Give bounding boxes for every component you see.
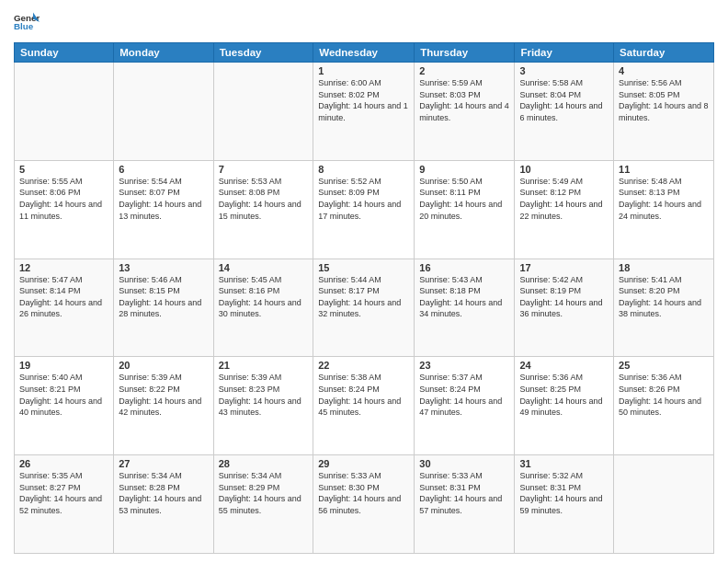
day-number: 28: [219, 458, 309, 469]
day-info: Sunrise: 5:32 AMSunset: 8:31 PMDaylight:…: [519, 470, 609, 516]
logo: General Blue: [14, 9, 40, 35]
weekday-sunday: Sunday: [15, 43, 114, 63]
week-row-2: 5Sunrise: 5:55 AMSunset: 8:06 PMDaylight…: [15, 160, 714, 259]
day-cell: 2Sunrise: 5:59 AMSunset: 8:03 PMDaylight…: [415, 63, 515, 161]
day-cell: 25Sunrise: 5:36 AMSunset: 8:26 PMDayligh…: [614, 357, 714, 455]
day-info: Sunrise: 5:46 AMSunset: 8:15 PMDaylight:…: [119, 274, 208, 320]
week-row-1: 1Sunrise: 6:00 AMSunset: 8:02 PMDaylight…: [15, 63, 714, 161]
week-row-4: 19Sunrise: 5:40 AMSunset: 8:21 PMDayligh…: [15, 357, 714, 455]
day-number: 31: [519, 458, 609, 469]
day-number: 2: [419, 65, 509, 76]
day-cell: 4Sunrise: 5:56 AMSunset: 8:05 PMDaylight…: [614, 63, 714, 161]
day-cell: 3Sunrise: 5:58 AMSunset: 8:04 PMDaylight…: [515, 63, 614, 161]
day-info: Sunrise: 5:55 AMSunset: 8:06 PMDaylight:…: [19, 176, 108, 222]
day-cell: 20Sunrise: 5:39 AMSunset: 8:22 PMDayligh…: [114, 357, 213, 455]
day-number: 30: [419, 458, 509, 469]
day-cell: 30Sunrise: 5:33 AMSunset: 8:31 PMDayligh…: [415, 455, 515, 554]
day-info: Sunrise: 5:41 AMSunset: 8:20 PMDaylight:…: [619, 274, 709, 320]
day-cell: 12Sunrise: 5:47 AMSunset: 8:14 PMDayligh…: [15, 259, 114, 357]
day-number: 26: [19, 458, 108, 469]
day-number: 23: [419, 360, 509, 371]
day-info: Sunrise: 5:40 AMSunset: 8:21 PMDaylight:…: [19, 372, 108, 418]
day-cell: 9Sunrise: 5:50 AMSunset: 8:11 PMDaylight…: [415, 160, 515, 259]
day-info: Sunrise: 5:50 AMSunset: 8:11 PMDaylight:…: [419, 176, 509, 222]
day-number: 17: [519, 262, 609, 273]
day-number: 25: [619, 360, 709, 371]
day-cell: 7Sunrise: 5:53 AMSunset: 8:08 PMDaylight…: [213, 160, 313, 259]
day-info: Sunrise: 5:45 AMSunset: 8:16 PMDaylight:…: [219, 274, 309, 320]
day-cell: 29Sunrise: 5:33 AMSunset: 8:30 PMDayligh…: [313, 455, 415, 554]
day-cell: [213, 63, 313, 161]
day-cell: 31Sunrise: 5:32 AMSunset: 8:31 PMDayligh…: [515, 455, 614, 554]
day-number: 20: [119, 360, 208, 371]
day-cell: [15, 63, 114, 161]
day-cell: 11Sunrise: 5:48 AMSunset: 8:13 PMDayligh…: [614, 160, 714, 259]
day-cell: 6Sunrise: 5:54 AMSunset: 8:07 PMDaylight…: [114, 160, 213, 259]
day-number: 16: [419, 262, 509, 273]
day-cell: 10Sunrise: 5:49 AMSunset: 8:12 PMDayligh…: [515, 160, 614, 259]
day-cell: 8Sunrise: 5:52 AMSunset: 8:09 PMDaylight…: [313, 160, 415, 259]
day-info: Sunrise: 5:48 AMSunset: 8:13 PMDaylight:…: [619, 176, 709, 222]
day-number: 13: [119, 262, 208, 273]
day-number: 12: [19, 262, 108, 273]
day-cell: 26Sunrise: 5:35 AMSunset: 8:27 PMDayligh…: [15, 455, 114, 554]
day-number: 22: [318, 360, 409, 371]
day-number: 11: [619, 164, 709, 175]
day-info: Sunrise: 5:35 AMSunset: 8:27 PMDaylight:…: [19, 470, 108, 516]
calendar-table: SundayMondayTuesdayWednesdayThursdayFrid…: [14, 42, 714, 554]
day-info: Sunrise: 5:42 AMSunset: 8:19 PMDaylight:…: [519, 274, 609, 320]
day-number: 19: [19, 360, 108, 371]
day-cell: 16Sunrise: 5:43 AMSunset: 8:18 PMDayligh…: [415, 259, 515, 357]
day-number: 21: [219, 360, 309, 371]
day-info: Sunrise: 5:36 AMSunset: 8:25 PMDaylight:…: [519, 372, 609, 418]
weekday-monday: Monday: [114, 43, 213, 63]
day-number: 24: [519, 360, 609, 371]
day-cell: 23Sunrise: 5:37 AMSunset: 8:24 PMDayligh…: [415, 357, 515, 455]
day-number: 3: [519, 65, 609, 76]
day-info: Sunrise: 5:38 AMSunset: 8:24 PMDaylight:…: [318, 372, 409, 418]
day-info: Sunrise: 5:34 AMSunset: 8:28 PMDaylight:…: [119, 470, 208, 516]
day-number: 4: [619, 65, 709, 76]
weekday-tuesday: Tuesday: [213, 43, 313, 63]
day-info: Sunrise: 5:54 AMSunset: 8:07 PMDaylight:…: [119, 176, 208, 222]
day-cell: 13Sunrise: 5:46 AMSunset: 8:15 PMDayligh…: [114, 259, 213, 357]
day-number: 27: [119, 458, 208, 469]
day-cell: 1Sunrise: 6:00 AMSunset: 8:02 PMDaylight…: [313, 63, 415, 161]
day-cell: 17Sunrise: 5:42 AMSunset: 8:19 PMDayligh…: [515, 259, 614, 357]
day-number: 7: [219, 164, 309, 175]
day-number: 6: [119, 164, 208, 175]
day-info: Sunrise: 5:36 AMSunset: 8:26 PMDaylight:…: [619, 372, 709, 418]
day-info: Sunrise: 5:56 AMSunset: 8:05 PMDaylight:…: [619, 77, 709, 123]
weekday-thursday: Thursday: [415, 43, 515, 63]
day-number: 9: [419, 164, 509, 175]
day-number: 14: [219, 262, 309, 273]
day-info: Sunrise: 5:39 AMSunset: 8:23 PMDaylight:…: [219, 372, 309, 418]
day-info: Sunrise: 6:00 AMSunset: 8:02 PMDaylight:…: [318, 77, 409, 123]
day-number: 5: [19, 164, 108, 175]
day-cell: 18Sunrise: 5:41 AMSunset: 8:20 PMDayligh…: [614, 259, 714, 357]
day-number: 10: [519, 164, 609, 175]
day-cell: 27Sunrise: 5:34 AMSunset: 8:28 PMDayligh…: [114, 455, 213, 554]
day-info: Sunrise: 5:33 AMSunset: 8:30 PMDaylight:…: [318, 470, 409, 516]
day-number: 18: [619, 262, 709, 273]
day-info: Sunrise: 5:58 AMSunset: 8:04 PMDaylight:…: [519, 77, 609, 123]
day-info: Sunrise: 5:37 AMSunset: 8:24 PMDaylight:…: [419, 372, 509, 418]
week-row-3: 12Sunrise: 5:47 AMSunset: 8:14 PMDayligh…: [15, 259, 714, 357]
day-info: Sunrise: 5:44 AMSunset: 8:17 PMDaylight:…: [318, 274, 409, 320]
day-number: 1: [318, 65, 409, 76]
day-info: Sunrise: 5:34 AMSunset: 8:29 PMDaylight:…: [219, 470, 309, 516]
day-cell: 21Sunrise: 5:39 AMSunset: 8:23 PMDayligh…: [213, 357, 313, 455]
day-info: Sunrise: 5:52 AMSunset: 8:09 PMDaylight:…: [318, 176, 409, 222]
day-info: Sunrise: 5:47 AMSunset: 8:14 PMDaylight:…: [19, 274, 108, 320]
day-cell: 15Sunrise: 5:44 AMSunset: 8:17 PMDayligh…: [313, 259, 415, 357]
weekday-wednesday: Wednesday: [313, 43, 415, 63]
day-cell: 24Sunrise: 5:36 AMSunset: 8:25 PMDayligh…: [515, 357, 614, 455]
day-cell: 28Sunrise: 5:34 AMSunset: 8:29 PMDayligh…: [213, 455, 313, 554]
day-cell: 5Sunrise: 5:55 AMSunset: 8:06 PMDaylight…: [15, 160, 114, 259]
day-number: 15: [318, 262, 409, 273]
day-info: Sunrise: 5:43 AMSunset: 8:18 PMDaylight:…: [419, 274, 509, 320]
day-info: Sunrise: 5:59 AMSunset: 8:03 PMDaylight:…: [419, 77, 509, 123]
day-cell: 22Sunrise: 5:38 AMSunset: 8:24 PMDayligh…: [313, 357, 415, 455]
weekday-header-row: SundayMondayTuesdayWednesdayThursdayFrid…: [15, 43, 714, 63]
day-info: Sunrise: 5:49 AMSunset: 8:12 PMDaylight:…: [519, 176, 609, 222]
